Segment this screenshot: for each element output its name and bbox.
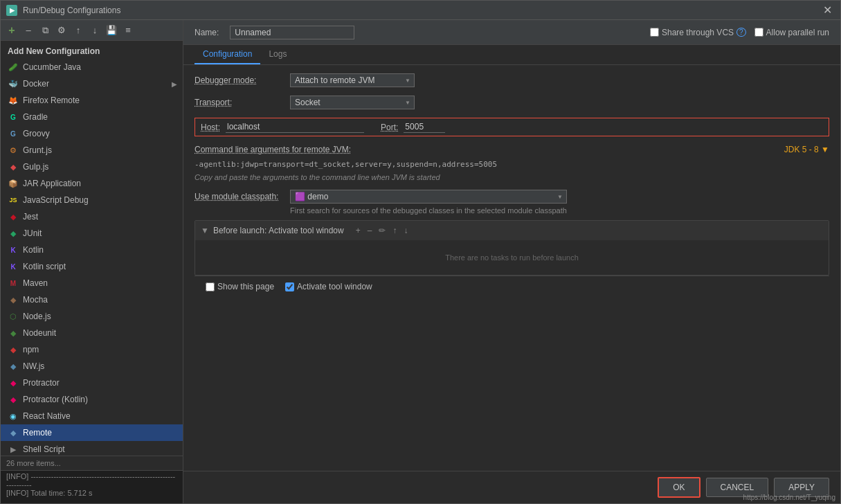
nodeunit-icon: ◆ <box>8 327 19 339</box>
share-vcs-label: Share through VCS <box>662 28 734 37</box>
activate-window-checkbox[interactable] <box>285 282 294 291</box>
bottom-options: Show this page Activate tool window <box>195 276 829 297</box>
parallel-run-label: Allow parallel run <box>766 28 829 37</box>
config-body: Debugger mode: Attach to remote JVM List… <box>183 65 840 471</box>
list-item-gulp[interactable]: ◆ Gulp.js <box>1 159 183 175</box>
list-item-grunt[interactable]: ⚙ Grunt.js <box>1 142 183 159</box>
list-item-docker[interactable]: 🐳 Docker ▶ <box>1 75 183 92</box>
help-icon[interactable]: ? <box>736 28 746 37</box>
list-item-kotlin[interactable]: K Kotlin <box>1 242 183 258</box>
copy-config-button[interactable]: ⧉ <box>38 24 52 37</box>
debugger-mode-select[interactable]: Attach to remote JVM Listen to remote JV… <box>290 73 415 87</box>
list-item-jar[interactable]: 📦 JAR Application <box>1 175 183 192</box>
settings-button[interactable]: ⚙ <box>55 24 69 37</box>
maven-icon: M <box>8 278 19 289</box>
docker-arrow: ▶ <box>172 80 177 88</box>
right-header: Name: Share through VCS ? Allow parallel… <box>183 20 840 45</box>
before-launch-title: Before launch: Activate tool window <box>213 226 344 235</box>
bl-remove-button[interactable]: – <box>365 225 374 236</box>
log-line-1: [INFO] ---------------------------------… <box>6 472 177 489</box>
module-wrapper: 🟪 demo <box>290 190 567 204</box>
close-button[interactable]: ✕ <box>820 3 835 17</box>
cmd-header: Command line arguments for remote JVM: J… <box>195 145 829 154</box>
main-content: + – ⧉ ⚙ ↑ ↓ 💾 ≡ Add New Configuration 🥒 … <box>1 20 840 503</box>
debugger-mode-label: Debugger mode: <box>195 75 284 85</box>
list-item-protractor-kotlin[interactable]: ◆ Protractor (Kotlin) <box>1 391 183 408</box>
list-item-jest[interactable]: ◆ Jest <box>1 208 183 225</box>
list-item-maven[interactable]: M Maven <box>1 275 183 291</box>
bl-edit-button[interactable]: ✏ <box>377 225 388 236</box>
tab-configuration[interactable]: Configuration <box>195 45 260 64</box>
protractor-kotlin-icon: ◆ <box>8 394 19 405</box>
list-item-js-debug[interactable]: JS JavaScript Debug <box>1 192 183 208</box>
list-item-cucumber-java[interactable]: 🥒 Cucumber Java <box>1 59 183 75</box>
list-item-groovy[interactable]: G Groovy <box>1 125 183 142</box>
port-input[interactable] <box>404 121 445 133</box>
more-button[interactable]: ≡ <box>121 24 135 37</box>
bl-down-button[interactable]: ↓ <box>401 225 410 236</box>
kotlin-icon: K <box>8 244 19 255</box>
list-item-npm[interactable]: ◆ npm <box>1 341 183 358</box>
module-select[interactable]: 🟪 demo <box>290 190 567 204</box>
parallel-run-checkbox[interactable] <box>754 28 763 37</box>
list-item-react-native[interactable]: ◉ React Native <box>1 408 183 424</box>
groovy-icon: G <box>8 128 19 139</box>
left-toolbar: + – ⧉ ⚙ ↑ ↓ 💾 ≡ <box>1 20 183 41</box>
module-label: Use module classpath: <box>195 192 284 201</box>
action-buttons: OK CANCEL APPLY <box>183 471 840 503</box>
parallel-run-group: Allow parallel run <box>754 28 829 37</box>
before-launch-header: ▼ Before launch: Activate tool window + … <box>195 221 829 240</box>
protractor-icon: ◆ <box>8 377 19 388</box>
nodejs-icon: ⬡ <box>8 311 19 322</box>
right-panel: Name: Share through VCS ? Allow parallel… <box>183 20 840 503</box>
list-item-nwjs[interactable]: ◆ NW.js <box>1 358 183 375</box>
gulp-icon: ◆ <box>8 161 19 172</box>
bl-add-button[interactable]: + <box>354 225 363 236</box>
collapse-icon[interactable]: ▼ <box>201 226 209 235</box>
cucumber-java-icon: 🥒 <box>8 62 19 73</box>
ok-button[interactable]: OK <box>658 477 700 498</box>
js-debug-icon: JS <box>8 195 19 206</box>
activate-window-group: Activate tool window <box>285 282 372 291</box>
tab-logs[interactable]: Logs <box>260 45 295 64</box>
save-button[interactable]: 💾 <box>105 24 118 37</box>
list-item-shell-script[interactable]: ▶ Shell Script <box>1 441 183 456</box>
name-input[interactable] <box>230 26 354 39</box>
jest-icon: ◆ <box>8 211 19 222</box>
grunt-icon: ⚙ <box>8 145 19 156</box>
react-native-icon: ◉ <box>8 411 19 422</box>
move-down-button[interactable]: ↓ <box>88 24 102 37</box>
remote-icon: ◆ <box>8 427 19 438</box>
bl-toolbar: + – ✏ ↑ ↓ <box>354 225 410 236</box>
mocha-icon: ◆ <box>8 294 19 305</box>
share-vcs-checkbox[interactable] <box>650 28 659 37</box>
list-item-nodeunit[interactable]: ◆ Nodeunit <box>1 325 183 341</box>
cmd-value: -agentlib:jdwp=transport=dt_socket,serve… <box>195 159 829 170</box>
list-item-kotlin-script[interactable]: K Kotlin script <box>1 258 183 275</box>
share-vcs-group: Share through VCS ? <box>650 28 746 37</box>
list-item-protractor[interactable]: ◆ Protractor <box>1 375 183 391</box>
move-up-button[interactable]: ↑ <box>71 24 85 37</box>
list-item-junit[interactable]: ◆ JUnit <box>1 225 183 242</box>
list-item-remote[interactable]: ◆ Remote <box>1 424 183 441</box>
transport-wrapper: Socket Shared memory <box>290 96 415 109</box>
add-config-button[interactable]: + <box>5 24 19 37</box>
list-item-gradle[interactable]: G Gradle <box>1 109 183 125</box>
list-item-mocha[interactable]: ◆ Mocha <box>1 291 183 308</box>
host-input[interactable] <box>226 121 364 133</box>
transport-select[interactable]: Socket Shared memory <box>290 96 415 109</box>
list-item-firefox-remote[interactable]: 🦊 Firefox Remote <box>1 92 183 109</box>
show-page-checkbox[interactable] <box>206 282 215 291</box>
transport-row: Transport: Socket Shared memory <box>195 96 829 109</box>
bl-up-button[interactable]: ↑ <box>390 225 399 236</box>
remove-config-button[interactable]: – <box>21 24 35 37</box>
jdk-badge[interactable]: JDK 5 - 8 ▼ <box>784 145 829 154</box>
left-panel-heading: Add New Configuration <box>1 41 183 59</box>
list-item-nodejs[interactable]: ⬡ Node.js <box>1 308 183 325</box>
tabs: Configuration Logs <box>183 45 840 65</box>
npm-icon: ◆ <box>8 344 19 355</box>
shell-script-icon: ▶ <box>8 444 19 455</box>
title-bar-left: ▶ Run/Debug Configurations <box>6 5 120 16</box>
log-area: [INFO] ---------------------------------… <box>1 470 183 503</box>
before-launch-section: ▼ Before launch: Activate tool window + … <box>195 220 829 276</box>
